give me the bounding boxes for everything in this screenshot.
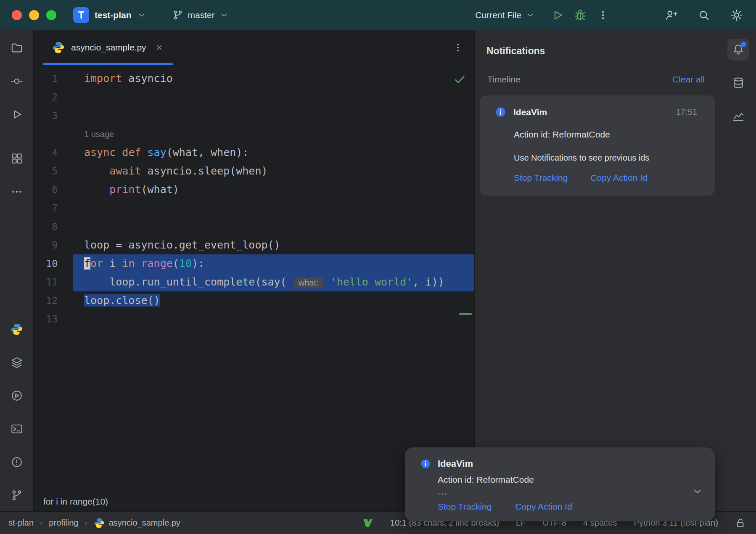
- stop-tracking-link[interactable]: Stop Tracking: [514, 173, 568, 183]
- services-tool-button[interactable]: [6, 385, 28, 407]
- gutter-line-number[interactable]: 4: [34, 143, 73, 162]
- notification-badge-dot: [741, 42, 746, 47]
- code-text[interactable]: loop = asyncio.get_event_loop(): [73, 236, 474, 254]
- code-text[interactable]: [73, 88, 474, 106]
- code-line[interactable]: 10for i in range(10):: [34, 254, 474, 273]
- code-line[interactable]: 3: [34, 106, 474, 125]
- minimize-window-button[interactable]: [29, 10, 39, 20]
- toast-header: IdeaVim: [420, 458, 700, 469]
- code-lines: 1import asyncio231 usage4async def say(w…: [34, 69, 474, 328]
- unlock-icon[interactable]: [735, 518, 746, 529]
- code-with-me-button[interactable]: [662, 6, 680, 24]
- add-user-icon: [665, 9, 677, 21]
- stop-tracking-link[interactable]: Stop Tracking: [438, 502, 492, 512]
- code-line[interactable]: 5 await asyncio.sleep(when): [34, 162, 474, 180]
- search-everywhere-button[interactable]: [695, 6, 713, 24]
- code-line[interactable]: 7: [34, 199, 474, 217]
- run-configuration-selector[interactable]: Current File: [475, 10, 535, 20]
- usages-inlay-hint[interactable]: 1 usage: [73, 125, 474, 143]
- tab-close-button[interactable]: [155, 43, 164, 52]
- code-line[interactable]: 13: [34, 310, 474, 328]
- code-tokens: for i in range(10):: [84, 257, 204, 270]
- expand-toast-chevron-icon[interactable]: [692, 486, 703, 497]
- notifications-tool-button[interactable]: [727, 39, 749, 61]
- code-line[interactable]: 4async def say(what, when):: [34, 143, 474, 162]
- code-inlay-row[interactable]: 1 usage: [34, 125, 474, 143]
- notification-detail: Use Notifications to see previous ids: [514, 153, 697, 163]
- code-line[interactable]: 12loop.close(): [34, 291, 474, 310]
- code-text[interactable]: [73, 310, 474, 328]
- vim-mode-icon[interactable]: [362, 518, 373, 529]
- more-run-actions-button[interactable]: [594, 6, 612, 24]
- code-line[interactable]: 1import asyncio: [34, 69, 474, 88]
- code-line[interactable]: 2: [34, 88, 474, 106]
- toast-actions: Stop Tracking Copy Action Id: [438, 502, 700, 512]
- version-control-tool-button[interactable]: [6, 484, 28, 506]
- project-selector[interactable]: T test-plan: [73, 7, 146, 23]
- gutter-line-number[interactable]: 7: [34, 199, 73, 217]
- close-window-button[interactable]: [12, 10, 22, 20]
- code-line[interactable]: 9loop = asyncio.get_event_loop(): [34, 236, 474, 254]
- code-token: in: [122, 257, 135, 270]
- python-packages-tool-button[interactable]: [6, 318, 28, 340]
- project-tool-button[interactable]: [6, 37, 28, 59]
- timeline-label: Timeline: [487, 74, 521, 85]
- inspections-status-check-icon[interactable]: [453, 73, 466, 86]
- run-tool-button[interactable]: [6, 103, 28, 125]
- notification-card: IdeaVim 17:51 Action id: ReformatCode Us…: [480, 95, 715, 196]
- code-text[interactable]: loop.run_until_complete(say( what: 'hell…: [73, 273, 474, 291]
- gutter-line-number[interactable]: 13: [34, 310, 73, 328]
- clear-all-link[interactable]: Clear all: [672, 74, 705, 85]
- copy-action-id-link[interactable]: Copy Action Id: [590, 173, 647, 183]
- breadcrumb-file[interactable]: asyncio_sample.py: [94, 518, 180, 529]
- branch-selector[interactable]: master: [172, 10, 229, 21]
- breadcrumb: st-plan › profiling › asyncio_sample.py: [8, 518, 180, 529]
- run-button[interactable]: [548, 6, 567, 24]
- gutter-line-number[interactable]: 6: [34, 180, 73, 199]
- copy-action-id-link[interactable]: Copy Action Id: [515, 502, 572, 512]
- gutter-line-number[interactable]: 9: [34, 236, 73, 254]
- code-text[interactable]: await asyncio.sleep(when): [73, 162, 474, 180]
- code-text[interactable]: loop.close(): [73, 291, 474, 310]
- problems-tool-button[interactable]: [6, 451, 28, 473]
- gutter-line-number[interactable]: 3: [34, 106, 73, 125]
- code-text[interactable]: async def say(what, when):: [73, 143, 474, 162]
- breadcrumb-folder[interactable]: profiling: [49, 518, 78, 528]
- code-text[interactable]: print(what): [73, 180, 474, 199]
- layers-tool-button[interactable]: [6, 352, 28, 373]
- breadcrumb-project[interactable]: st-plan: [8, 518, 34, 528]
- code-line[interactable]: 6 print(what): [34, 180, 474, 199]
- more-tool-windows-button[interactable]: [6, 181, 28, 203]
- zoom-window-button[interactable]: [46, 10, 56, 20]
- code-line[interactable]: 11 loop.run_until_complete(say( what: 'h…: [34, 273, 474, 291]
- toast-app-name: IdeaVim: [438, 458, 473, 469]
- notification-actions: Stop Tracking Copy Action Id: [514, 173, 697, 183]
- notification-card-header: IdeaVim 17:51: [495, 106, 697, 118]
- code-text[interactable]: [73, 217, 474, 236]
- vcs-change-marker[interactable]: [459, 313, 472, 315]
- tab-asyncio-sample[interactable]: asyncio_sample.py: [43, 30, 173, 65]
- gutter-line-number[interactable]: 2: [34, 88, 73, 106]
- terminal-tool-button[interactable]: [6, 418, 28, 440]
- editor-options-button[interactable]: [452, 42, 463, 53]
- debug-button[interactable]: [571, 6, 589, 24]
- code-line[interactable]: 8: [34, 217, 474, 236]
- structure-tool-button[interactable]: [6, 148, 28, 169]
- gutter-line-number[interactable]: 5: [34, 162, 73, 180]
- code-text[interactable]: import asyncio: [73, 69, 474, 88]
- code-text[interactable]: for i in range(10):: [73, 254, 474, 273]
- gutter-line-number[interactable]: 1: [34, 69, 73, 88]
- code-text[interactable]: [73, 106, 474, 125]
- gutter-line-number[interactable]: 11: [34, 273, 73, 291]
- gutter-line-number[interactable]: 10: [34, 254, 73, 273]
- code-text[interactable]: [73, 199, 474, 217]
- gutter-line-number[interactable]: 12: [34, 291, 73, 310]
- code-editor[interactable]: 1import asyncio231 usage4async def say(w…: [34, 65, 474, 492]
- commit-tool-button[interactable]: [6, 70, 28, 92]
- gutter-line-number[interactable]: 8: [34, 217, 73, 236]
- profiler-tool-button[interactable]: [727, 105, 749, 127]
- code-token: or: [90, 257, 103, 270]
- gutter-line-number[interactable]: [34, 125, 73, 143]
- database-tool-button[interactable]: [727, 72, 749, 94]
- settings-button[interactable]: [727, 6, 746, 24]
